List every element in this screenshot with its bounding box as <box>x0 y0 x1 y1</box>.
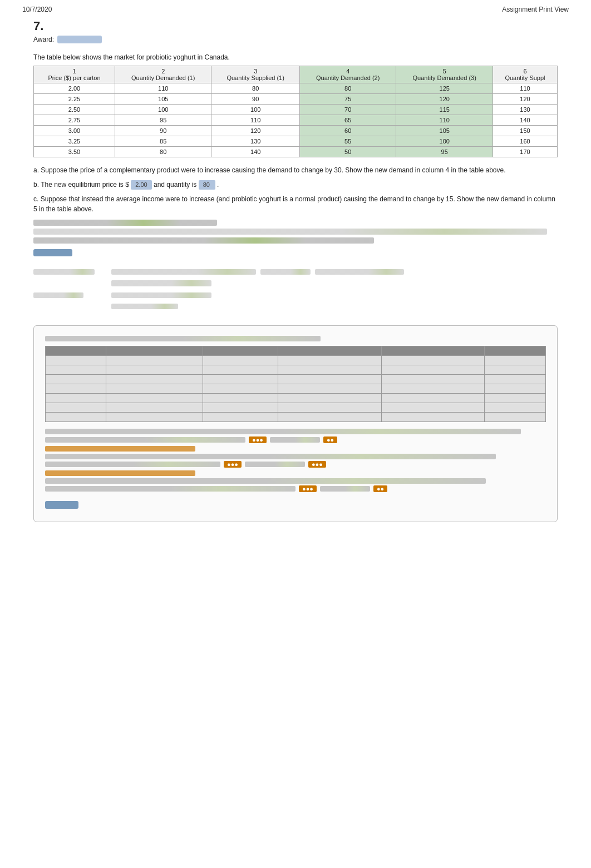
table-cell-4-5: 150 <box>493 126 557 136</box>
table-cell-5-4: 100 <box>396 136 493 147</box>
table-cell-3-1: 95 <box>115 115 211 126</box>
bordered-part-bold-2 <box>45 470 546 476</box>
part-b: b. The new equilibrium price is $ 2.00 a… <box>33 180 558 190</box>
table-cell-2-1: 100 <box>115 105 211 115</box>
col-header-4: 4 Quantity Demanded (2) <box>299 66 396 83</box>
table-row: 3.50801405095170 <box>34 147 558 157</box>
answer-row-1 <box>33 269 558 289</box>
bordered-col-4 <box>278 346 381 356</box>
part-b-suffix: . <box>217 181 219 189</box>
bordered-highlight-3: ●●● <box>224 461 242 468</box>
table-cell-4-4: 105 <box>396 126 493 136</box>
page-title: Assignment Print View <box>502 6 569 13</box>
question-number: 7. <box>33 19 558 33</box>
table-cell-1-3: 75 <box>299 94 396 105</box>
blurred-answer-section <box>33 220 558 244</box>
table-cell-3-5: 140 <box>493 115 557 126</box>
page-date: 10/7/2020 <box>22 6 52 13</box>
table-cell-1-2: 90 <box>211 94 300 105</box>
bordered-intro <box>45 336 546 341</box>
col-header-6: 6 Quantity Suppl <box>493 66 557 83</box>
part-a: a. Suppose the price of a complementary … <box>33 165 558 175</box>
table-cell-0-2: 80 <box>211 83 300 94</box>
table-cell-6-1: 80 <box>115 147 211 157</box>
table-cell-0-0: 2.00 <box>34 83 115 94</box>
table-cell-4-2: 120 <box>211 126 300 136</box>
bordered-highlight-2: ●● <box>323 437 337 443</box>
bordered-submit-btn[interactable] <box>45 501 78 509</box>
bordered-highlight-6: ●● <box>373 485 387 492</box>
table-cell-0-5: 110 <box>493 83 557 94</box>
answer-label-1 <box>33 269 106 277</box>
col-header-3: 3 Quantity Supplied (1) <box>211 66 300 83</box>
table-header-row: 1 Price ($) per carton 2 Quantity Demand… <box>34 66 558 83</box>
award-label: Award: <box>33 36 54 43</box>
bordered-table-row <box>46 413 546 422</box>
table-cell-5-2: 130 <box>211 136 300 147</box>
table-row: 3.009012060105150 <box>34 126 558 136</box>
col-header-1: 1 Price ($) per carton <box>34 66 115 83</box>
table-row: 3.258513055100160 <box>34 136 558 147</box>
table-cell-2-4: 115 <box>396 105 493 115</box>
table-cell-3-0: 2.75 <box>34 115 115 126</box>
award-value <box>57 36 102 43</box>
table-cell-6-0: 3.50 <box>34 147 115 157</box>
part-b-price: 2.00 <box>131 180 151 190</box>
bordered-part-bold-1 <box>45 446 546 452</box>
part-b-qty: 80 <box>199 180 215 190</box>
table-cell-2-0: 2.50 <box>34 105 115 115</box>
table-cell-3-4: 110 <box>396 115 493 126</box>
bordered-table-row <box>46 403 546 413</box>
table-cell-6-4: 95 <box>396 147 493 157</box>
market-table: 1 Price ($) per carton 2 Quantity Demand… <box>33 66 558 157</box>
answer-content-2 <box>111 292 211 312</box>
answer-section <box>33 269 558 312</box>
table-cell-1-0: 2.25 <box>34 94 115 105</box>
table-cell-2-3: 70 <box>299 105 396 115</box>
table-cell-5-0: 3.25 <box>34 136 115 147</box>
part-b-prefix: b. The new equilibrium price is $ <box>33 181 129 189</box>
bordered-col-5 <box>381 346 485 356</box>
table-cell-1-4: 120 <box>396 94 493 105</box>
table-cell-5-5: 160 <box>493 136 557 147</box>
col-header-5: 5 Quantity Demanded (3) <box>396 66 493 83</box>
table-cell-0-4: 125 <box>396 83 493 94</box>
answer-content-1 <box>111 269 404 289</box>
table-cell-4-1: 90 <box>115 126 211 136</box>
table-row: 2.759511065110140 <box>34 115 558 126</box>
table-cell-5-3: 55 <box>299 136 396 147</box>
bordered-col-2 <box>106 346 203 356</box>
bordered-highlight-1: ●●● <box>249 437 267 443</box>
part-b-mid: and quantity is <box>154 181 196 189</box>
table-row: 2.251059075120120 <box>34 94 558 105</box>
bordered-content: ●●● ●● ●●● ●●● ●●● ●● <box>45 429 546 510</box>
bordered-table-row <box>46 384 546 394</box>
blurred-submit-btn[interactable] <box>33 249 72 256</box>
table-cell-1-1: 105 <box>115 94 211 105</box>
main-content: 7. Award: The table below shows the mark… <box>0 19 591 544</box>
intro-text: The table below shows the market for pro… <box>33 53 558 61</box>
table-cell-4-3: 60 <box>299 126 396 136</box>
table-cell-5-1: 85 <box>115 136 211 147</box>
table-row: 2.001108080125110 <box>34 83 558 94</box>
table-cell-6-3: 50 <box>299 147 396 157</box>
part-c: c. Suppose that instead the average inco… <box>33 194 558 214</box>
table-cell-0-1: 110 <box>115 83 211 94</box>
table-body: 2.0011080801251102.2510590751201202.5010… <box>34 83 558 157</box>
blurred-submit-area <box>33 249 558 261</box>
bordered-table-row <box>46 375 546 384</box>
bordered-table-row <box>46 365 546 375</box>
bordered-table-row <box>46 394 546 403</box>
table-cell-6-2: 140 <box>211 147 300 157</box>
bordered-highlight-4: ●●● <box>308 461 326 468</box>
col-header-2: 2 Quantity Demanded (1) <box>115 66 211 83</box>
bordered-col-1 <box>46 346 106 356</box>
page-header: 10/7/2020 Assignment Print View <box>0 0 591 16</box>
bordered-col-6 <box>485 346 546 356</box>
table-cell-3-3: 65 <box>299 115 396 126</box>
table-cell-4-0: 3.00 <box>34 126 115 136</box>
bordered-table <box>45 346 546 422</box>
bordered-col-3 <box>203 346 278 356</box>
table-cell-6-5: 170 <box>493 147 557 157</box>
bordered-highlight-5: ●●● <box>299 485 317 492</box>
